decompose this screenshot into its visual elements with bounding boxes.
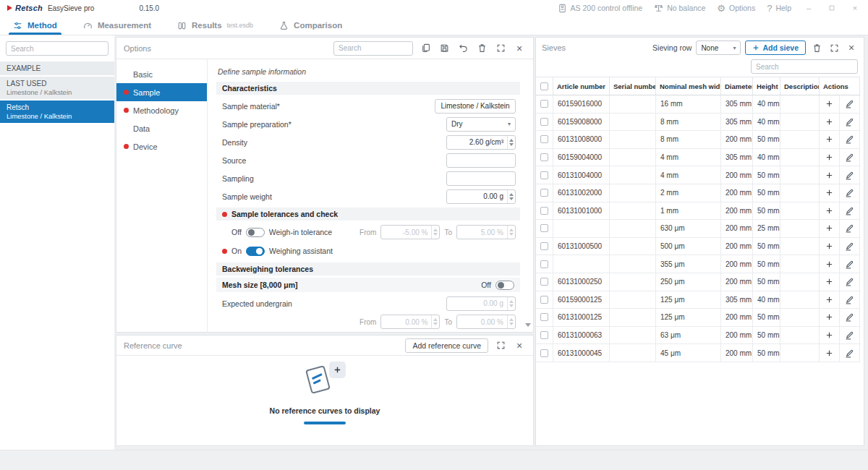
row-checkbox[interactable] — [540, 260, 548, 268]
density-stepper[interactable] — [507, 136, 515, 149]
options-nav-item[interactable]: Data — [116, 119, 207, 137]
row-checkbox[interactable] — [540, 153, 548, 161]
sample-preparation-select[interactable]: Dry ▾ — [446, 117, 516, 132]
edit-sieve-button[interactable] — [839, 220, 859, 237]
options-nav-item[interactable]: Sample — [116, 83, 207, 101]
row-checkbox[interactable] — [540, 296, 548, 304]
options-nav-item[interactable]: Methodology — [116, 101, 207, 119]
row-checkbox[interactable] — [540, 278, 548, 286]
row-checkbox[interactable] — [540, 313, 548, 321]
close-icon[interactable]: × — [845, 41, 858, 54]
add-to-sieving-row-button[interactable] — [820, 220, 839, 237]
undo-icon[interactable] — [456, 42, 469, 55]
edit-sieve-button[interactable] — [839, 255, 859, 273]
row-checkbox[interactable] — [540, 331, 548, 339]
edit-sieve-button[interactable] — [839, 114, 859, 131]
edit-sieve-button[interactable] — [839, 309, 859, 326]
edit-sieve-button[interactable] — [839, 238, 859, 255]
stepper[interactable] — [431, 226, 439, 239]
window-close-icon[interactable]: × — [849, 2, 861, 14]
edit-sieve-button[interactable] — [839, 344, 859, 362]
add-to-sieving-row-button[interactable] — [820, 273, 839, 291]
expand-icon[interactable] — [494, 42, 507, 55]
row-checkbox[interactable] — [540, 189, 548, 197]
row-checkbox[interactable] — [540, 118, 548, 126]
delete-icon[interactable] — [810, 41, 823, 54]
duplicate-icon[interactable] — [419, 42, 432, 55]
edit-sieve-button[interactable] — [839, 149, 859, 166]
edit-sieve-button[interactable] — [839, 184, 859, 202]
stepper-down-icon[interactable] — [509, 197, 514, 200]
column-header[interactable]: Actions — [820, 77, 860, 95]
tab-method[interactable]: Method — [13, 16, 57, 35]
close-icon[interactable]: × — [513, 42, 526, 55]
options-search-input[interactable] — [333, 41, 413, 56]
add-reference-curve-button[interactable]: Add reference curve — [405, 338, 488, 353]
column-header[interactable]: Diameter — [721, 77, 753, 95]
stepper-up-icon[interactable] — [509, 139, 514, 142]
backweighing-from-input[interactable]: 0.00 % — [380, 315, 440, 329]
add-to-sieving-row-button[interactable] — [820, 114, 839, 131]
column-header[interactable]: Article number — [553, 77, 610, 95]
sieves-search-input[interactable] — [751, 59, 858, 74]
add-to-sieving-row-button[interactable] — [820, 184, 839, 202]
mesh-size-toggle[interactable] — [495, 281, 514, 290]
stepper-up-icon[interactable] — [509, 193, 514, 196]
window-minimize-icon[interactable]: – — [803, 2, 814, 14]
stepper[interactable] — [507, 297, 515, 310]
add-to-sieving-row-button[interactable] — [820, 202, 839, 220]
edit-sieve-button[interactable] — [839, 327, 859, 344]
stepper-down-icon[interactable] — [509, 143, 514, 146]
save-icon[interactable] — [438, 42, 451, 55]
expected-undergrain-input[interactable]: 0.00 g — [446, 296, 516, 311]
select-all-checkbox[interactable] — [540, 82, 548, 90]
weigh-in-tolerance-toggle[interactable] — [246, 228, 265, 237]
stepper[interactable] — [507, 315, 515, 328]
weighing-assistant-toggle[interactable] — [246, 247, 265, 256]
options-menu[interactable]: ⚙ Options — [717, 4, 755, 13]
method-search-input[interactable] — [6, 41, 109, 56]
row-checkbox[interactable] — [540, 207, 548, 215]
method-list-item[interactable]: LAST USED Limestone / Kalkstein — [0, 77, 114, 99]
edit-sieve-button[interactable] — [839, 273, 859, 291]
add-to-sieving-row-button[interactable] — [820, 309, 839, 326]
density-input[interactable]: 2.60 g/cm³ — [446, 135, 516, 150]
row-checkbox[interactable] — [540, 135, 548, 143]
options-nav-item[interactable]: Device — [116, 137, 207, 155]
source-input[interactable] — [446, 153, 516, 168]
edit-sieve-button[interactable] — [839, 95, 859, 113]
add-to-sieving-row-button[interactable] — [820, 238, 839, 255]
stepper[interactable] — [431, 315, 439, 328]
add-to-sieving-row-button[interactable] — [820, 95, 839, 113]
balance-status[interactable]: No balance — [654, 4, 705, 13]
add-to-sieving-row-button[interactable] — [820, 327, 839, 344]
options-nav-item[interactable]: Basic — [116, 65, 207, 83]
close-icon[interactable]: × — [513, 339, 526, 352]
column-header[interactable]: Description — [780, 77, 820, 95]
tab-results[interactable]: Results test.esdb — [177, 16, 253, 35]
expand-icon[interactable] — [494, 339, 507, 352]
add-sieve-button[interactable]: Add sieve — [745, 40, 806, 55]
add-to-sieving-row-button[interactable] — [820, 166, 839, 184]
add-to-sieving-row-button[interactable] — [820, 344, 839, 362]
tab-comparison[interactable]: Comparison — [279, 16, 342, 35]
scroll-down-arrow[interactable] — [525, 323, 531, 327]
expand-icon[interactable] — [827, 41, 841, 54]
column-header[interactable]: Height — [753, 77, 780, 95]
edit-sieve-button[interactable] — [839, 166, 859, 184]
sampling-input[interactable] — [446, 171, 516, 186]
add-to-sieving-row-button[interactable] — [820, 131, 839, 148]
stepper[interactable] — [507, 226, 515, 239]
edit-sieve-button[interactable] — [839, 131, 859, 148]
sample-weight-input[interactable]: 0.00 g — [446, 189, 516, 204]
device-status[interactable]: AS 200 control offline — [558, 4, 643, 13]
weigh-in-from-input[interactable]: -5.00 % — [380, 225, 440, 239]
add-to-sieving-row-button[interactable] — [820, 255, 839, 273]
window-maximize-icon[interactable] — [826, 2, 838, 14]
edit-sieve-button[interactable] — [839, 291, 859, 309]
sample-material-input[interactable] — [435, 99, 516, 114]
delete-icon[interactable] — [475, 42, 488, 55]
sieving-row-select[interactable]: None ▾ — [696, 40, 741, 55]
row-checkbox[interactable] — [540, 100, 548, 108]
row-checkbox[interactable] — [540, 171, 548, 179]
